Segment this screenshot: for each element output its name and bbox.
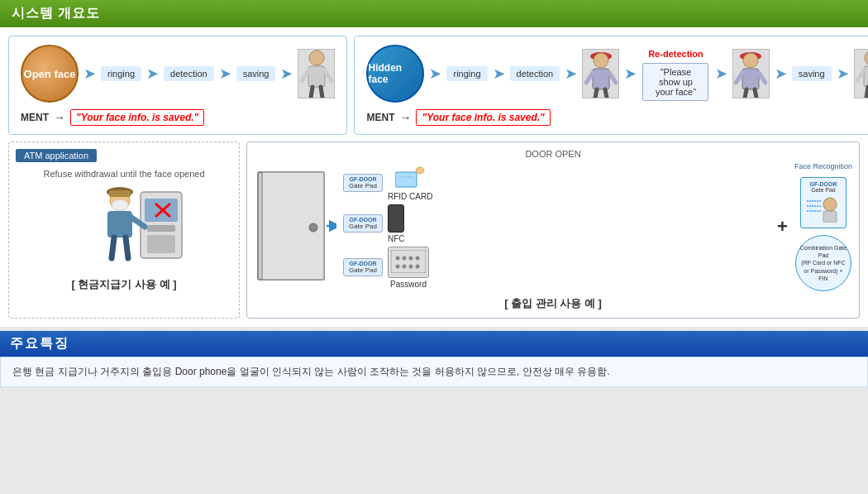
face-recog-top-label: Face Recognition: [794, 162, 852, 170]
door-area: [254, 168, 336, 286]
hidden-face-label: Hidden face: [368, 62, 422, 85]
step-ringing-right: ringing: [446, 66, 487, 81]
ment-text-left: "Your face info. is saved.": [70, 109, 204, 126]
svg-line-10: [609, 73, 616, 83]
atm-label: ATM application: [16, 149, 97, 162]
rfid-card-group: RFID CARD: [388, 165, 432, 201]
svg-point-52: [403, 264, 407, 268]
svg-point-0: [309, 50, 324, 65]
atm-illustration: [58, 184, 190, 269]
person-cap-image: [582, 49, 619, 98]
ment-row-left: MENT → "Your face info. is saved.": [21, 109, 335, 126]
ment-label-left: MENT: [21, 112, 49, 123]
arrow-1: ➤: [83, 65, 96, 83]
footer-section: 주요특징 은행 현금 지급기나 거주지의 출입용 Door phone을 얼굴이…: [0, 330, 868, 387]
plus-icon: +: [777, 216, 788, 237]
components-area: GF-DOOR Gate Pad: [343, 165, 770, 289]
arrow-r6: ➤: [775, 65, 787, 83]
svg-rect-29: [147, 235, 175, 253]
svg-rect-46: [391, 250, 426, 273]
svg-line-36: [112, 237, 114, 258]
hidden-face-circle: Hidden face: [366, 45, 424, 103]
svg-point-55: [823, 198, 837, 211]
ment-arrow-right: →: [399, 111, 411, 124]
atm-panel: ATM application Refuse withdrawal until …: [8, 141, 240, 319]
svg-line-3: [325, 70, 331, 81]
row-nfc: GF-DOOR Gate Pad NFC: [343, 204, 770, 243]
ment-text-right: "Your face info. is saved.": [416, 109, 550, 126]
row-rfid: GF-DOOR Gate Pad: [343, 165, 770, 201]
svg-line-18: [745, 89, 746, 98]
arrow-4: ➤: [280, 65, 293, 83]
face-recog-box: GF-DOOR Gate Pad: [800, 177, 847, 228]
panel-hidden-face: Hidden face ➤ ringing ➤ detection ➤: [354, 36, 868, 135]
arrow-r7: ➤: [837, 65, 849, 83]
password-label: Password: [390, 280, 427, 289]
arrow-r3: ➤: [565, 65, 577, 83]
please-show-box: "Please show up your face": [642, 63, 708, 101]
door-panel: DOOR OPEN: [246, 141, 860, 319]
svg-line-37: [126, 237, 128, 258]
page-wrapper: 시스템 개요도 Open face ➤ ringing ➤ detection …: [0, 0, 868, 387]
ment-label-right: MENT: [366, 112, 394, 123]
step-saving-left: saving: [236, 66, 276, 81]
person-final-image: [854, 49, 868, 98]
svg-point-53: [409, 264, 413, 268]
svg-point-49: [409, 256, 413, 260]
nfc-group: NFC: [388, 204, 405, 243]
svg-point-50: [416, 256, 420, 260]
top-section: Open face ➤ ringing ➤ detection ➤ saving…: [8, 36, 860, 135]
flow-row-right: Hidden face ➤ ringing ➤ detection ➤: [366, 45, 868, 103]
step-detection-left: detection: [164, 66, 214, 81]
svg-rect-8: [593, 69, 609, 89]
redetection-label: Re-detection: [641, 46, 710, 61]
arrow-r1: ➤: [429, 65, 441, 83]
svg-rect-32: [109, 190, 131, 197]
header-title: 시스템 개요도: [12, 5, 100, 22]
step-ringing-left: ringing: [101, 66, 141, 81]
svg-point-51: [396, 264, 400, 268]
bottom-section: ATM application Refuse withdrawal until …: [8, 141, 860, 319]
nfc-label: NFC: [388, 234, 405, 243]
row-password: GF-DOOR Gate Pad: [343, 247, 770, 289]
person-cap-image-2: [732, 49, 770, 98]
rfid-label: RFID CARD: [388, 192, 432, 201]
gate-pad-3: GF-DOOR Gate Pad: [343, 258, 383, 276]
password-box: [388, 247, 429, 278]
svg-line-11: [595, 89, 597, 98]
svg-line-2: [302, 70, 308, 81]
atm-content: Refuse withdrawal until the face opened: [16, 167, 232, 292]
arrow-r5: ➤: [715, 65, 727, 83]
svg-rect-1: [308, 66, 325, 87]
svg-rect-15: [742, 69, 759, 89]
svg-point-48: [403, 256, 407, 260]
svg-line-12: [605, 89, 607, 98]
password-group: Password: [388, 247, 429, 289]
svg-line-9: [586, 73, 593, 83]
atm-description: Refuse withdrawal until the face opened: [43, 169, 204, 179]
door-content: GF-DOOR Gate Pad: [254, 162, 852, 291]
svg-line-4: [311, 87, 312, 98]
footer-body: 은행 현금 지급기나 거주지의 출입용 Door phone을 얼굴이 인식되지…: [0, 357, 868, 387]
svg-point-7: [594, 53, 608, 68]
ment-row-right: MENT → "Your face info. is saved.": [366, 109, 868, 126]
step-detection-right: detection: [510, 66, 560, 81]
arrow-2: ➤: [146, 65, 159, 83]
door-caption: [ 출입 관리 사용 예 ]: [254, 296, 852, 311]
combo-label: Combination Gate Pad(RF Card or NFC or P…: [799, 244, 847, 281]
please-show-text: "Please show up your face": [656, 67, 696, 97]
door-open-label: DOOR OPEN: [254, 149, 852, 159]
svg-line-22: [857, 70, 864, 81]
svg-point-20: [865, 50, 868, 65]
svg-point-14: [743, 53, 758, 68]
svg-rect-56: [823, 211, 837, 223]
open-face-label: Open face: [24, 68, 76, 80]
svg-line-16: [736, 73, 742, 83]
panel-open-face: Open face ➤ ringing ➤ detection ➤ saving…: [8, 36, 347, 135]
face-recog-column: Face Recognition GF-DOOR Gate Pad: [794, 162, 852, 291]
arrow-r2: ➤: [493, 65, 505, 83]
gate-pad-1: GF-DOOR Gate Pad: [343, 174, 383, 192]
header-bar: 시스템 개요도: [0, 0, 868, 27]
step-saving-right: saving: [792, 66, 832, 81]
svg-line-19: [755, 89, 756, 98]
